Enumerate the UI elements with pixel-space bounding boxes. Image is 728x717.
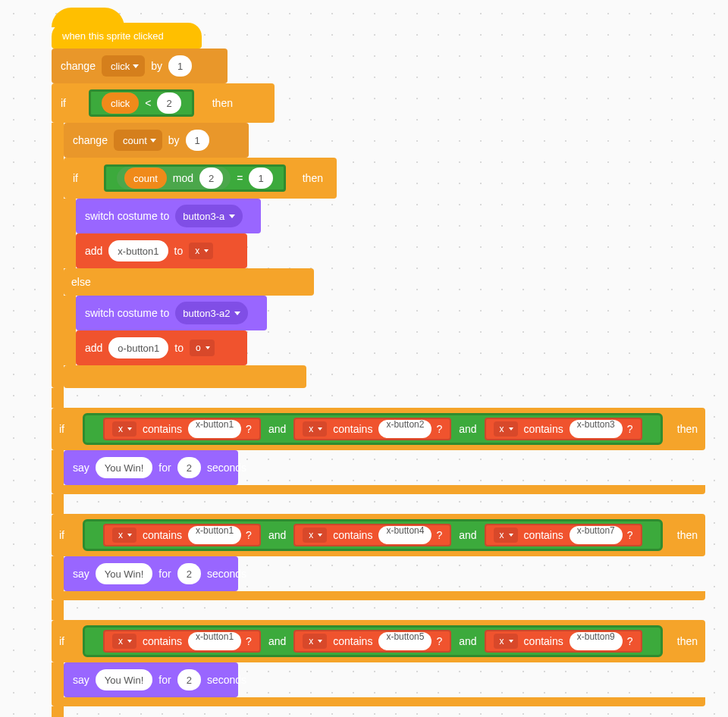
contains-item[interactable]: x-button9 <box>570 632 623 650</box>
cond-mod-eq[interactable]: count mod 2 = 1 <box>104 164 286 192</box>
costume-dropdown-a2[interactable]: button3-a2 <box>175 302 248 324</box>
list-x[interactable]: x <box>303 634 327 649</box>
contains-item[interactable]: x-button4 <box>378 526 431 544</box>
list-contains[interactable]: x contains x-button9 ? <box>485 630 642 653</box>
c-close <box>64 365 306 388</box>
block-add-o[interactable]: add o-button1 to o <box>76 330 247 365</box>
op-mod[interactable]: count mod 2 <box>117 167 231 189</box>
list-x[interactable]: x <box>112 634 136 649</box>
block-say-win[interactable]: say You Win! for 2 seconds <box>64 662 238 697</box>
else-bar: else <box>64 268 314 296</box>
input-two[interactable]: 2 <box>157 92 180 114</box>
c-close <box>52 591 705 600</box>
c-close <box>52 485 705 494</box>
say-seconds[interactable]: 2 <box>177 563 201 584</box>
list-x[interactable]: x <box>303 421 327 437</box>
list-dropdown-x[interactable]: x <box>189 243 213 259</box>
list-x[interactable]: x <box>494 528 518 543</box>
var-dropdown-count[interactable]: count <box>114 130 162 151</box>
contains-item[interactable]: x-button7 <box>570 526 623 544</box>
contains-item[interactable]: x-button1 <box>188 526 241 544</box>
say-seconds[interactable]: 2 <box>177 457 201 478</box>
c-arm <box>64 199 76 268</box>
say-text[interactable]: You Win! <box>96 457 153 478</box>
input-one-b[interactable]: 1 <box>186 130 209 151</box>
list-contains[interactable]: x contains x-button1 ? <box>103 418 261 440</box>
input-obutton1[interactable]: o-button1 <box>108 337 168 358</box>
c-arm <box>52 388 64 408</box>
c-arm <box>52 600 64 620</box>
block-say-win[interactable]: say You Win! for 2 seconds <box>64 556 238 591</box>
list-x[interactable]: x <box>112 421 136 437</box>
list-contains[interactable]: x contains x-button1 ? <box>103 524 261 546</box>
cond-and-outer[interactable]: x contains x-button1 ? and x contains x-… <box>83 625 663 657</box>
input-one-c[interactable]: 1 <box>249 168 272 189</box>
c-arm <box>52 662 64 697</box>
say-text[interactable]: You Win! <box>96 669 153 690</box>
contains-item[interactable]: x-button1 <box>188 632 241 650</box>
contains-item[interactable]: x-button1 <box>188 420 241 438</box>
block-change-count[interactable]: change count by 1 <box>64 123 249 158</box>
say-text[interactable]: You Win! <box>96 563 153 584</box>
list-x[interactable]: x <box>303 528 327 543</box>
list-dropdown-o[interactable]: o <box>190 340 215 356</box>
c-arm <box>52 123 64 388</box>
list-x[interactable]: x <box>494 634 518 649</box>
input-one[interactable]: 1 <box>168 55 192 77</box>
c-arm <box>52 450 64 485</box>
block-switch-costume-a2[interactable]: switch costume to button3-a2 <box>76 296 267 330</box>
contains-item[interactable]: x-button5 <box>378 632 431 650</box>
block-if-win[interactable]: if x contains x-button1 ? and x contains… <box>52 408 705 450</box>
contains-item[interactable]: x-button3 <box>570 420 623 438</box>
hat-top <box>52 8 124 27</box>
block-if-count-mod[interactable]: if count mod 2 = 1 then <box>64 158 337 199</box>
block-switch-costume-a[interactable]: switch costume to button3-a <box>76 199 261 233</box>
block-add-x[interactable]: add x-button1 to x <box>76 233 247 268</box>
block-if-win[interactable]: if x contains x-button1 ? and x contains… <box>52 514 705 556</box>
input-two-b[interactable]: 2 <box>199 168 223 189</box>
list-x[interactable]: x <box>112 528 136 543</box>
list-contains[interactable]: x contains x-button3 ? <box>485 418 642 440</box>
reporter-count[interactable]: count <box>124 168 167 189</box>
hat-label: when this sprite clicked <box>62 31 164 41</box>
cond-click-lt-2[interactable]: click < 2 <box>89 89 194 117</box>
block-change-click[interactable]: change click by 1 <box>52 49 228 83</box>
var-dropdown-click[interactable]: click <box>102 55 145 77</box>
cond-and-outer[interactable]: x contains x-button1 ? and x contains x-… <box>83 413 663 445</box>
reporter-click[interactable]: click <box>102 92 139 114</box>
input-xbutton1[interactable]: x-button1 <box>108 240 168 261</box>
say-seconds[interactable]: 2 <box>177 669 201 690</box>
block-if-win[interactable]: if x contains x-button1 ? and x contains… <box>52 620 705 662</box>
c-arm <box>64 296 76 365</box>
list-contains[interactable]: x contains x-button7 ? <box>485 524 642 546</box>
cond-and-outer[interactable]: x contains x-button1 ? and x contains x-… <box>83 519 663 551</box>
list-contains[interactable]: x contains x-button5 ? <box>293 630 451 653</box>
c-arm <box>52 706 64 717</box>
list-contains[interactable]: x contains x-button1 ? <box>103 630 261 653</box>
list-contains[interactable]: x contains x-button4 ? <box>293 524 451 546</box>
list-x[interactable]: x <box>494 421 518 437</box>
block-if-click[interactable]: if click < 2 then <box>52 83 275 123</box>
block-say-win[interactable]: say You Win! for 2 seconds <box>64 450 238 485</box>
contains-item[interactable]: x-button2 <box>378 420 431 438</box>
c-arm <box>52 556 64 591</box>
c-close <box>52 697 705 706</box>
list-contains[interactable]: x contains x-button2 ? <box>293 418 451 440</box>
costume-dropdown-a[interactable]: button3-a <box>175 205 243 227</box>
c-arm <box>52 494 64 514</box>
